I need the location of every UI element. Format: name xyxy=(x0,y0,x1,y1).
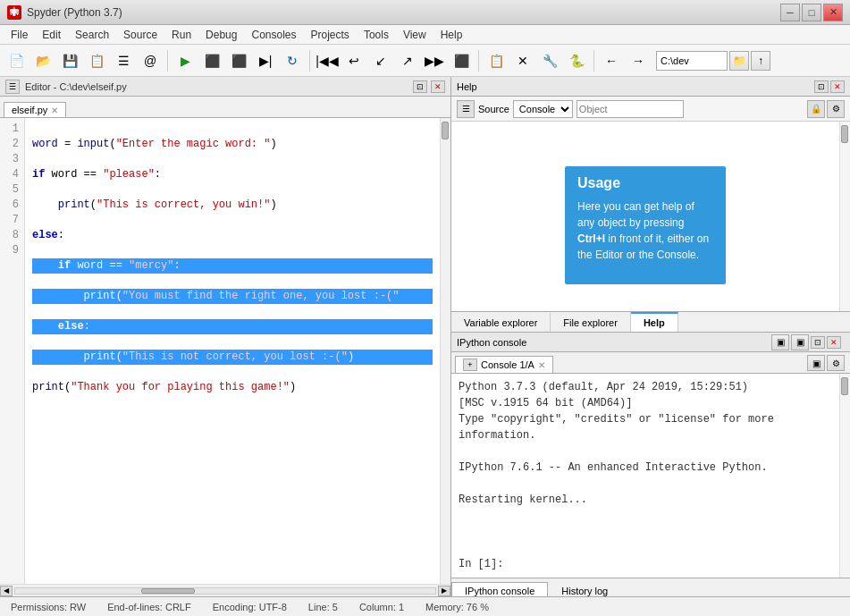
scroll-left-button[interactable]: ◀ xyxy=(0,586,13,596)
console-float-button[interactable]: ⊡ xyxy=(811,336,825,349)
save-file-button[interactable]: 💾 xyxy=(57,48,82,73)
hscrollbar-track[interactable] xyxy=(14,587,436,595)
console-scrollbar[interactable] xyxy=(839,374,850,578)
console-tab-close[interactable]: ✕ xyxy=(538,360,545,370)
menu-edit[interactable]: Edit xyxy=(35,27,68,43)
right-panel: Help ⊡ ✕ ☰ Source Console 🔒 xyxy=(451,77,850,596)
help-settings-button[interactable]: ⚙ xyxy=(827,100,845,118)
help-body: Usage Here you can get help of any objec… xyxy=(451,122,839,311)
console-output: Python 3.7.3 (default, Apr 24 2019, 15:2… xyxy=(459,379,843,572)
editor-close-button[interactable]: ✕ xyxy=(431,80,445,93)
code-area[interactable]: 1 2 3 4 5 6 7 8 9 word = input("Enter th… xyxy=(0,118,450,584)
help-source-select[interactable]: Console xyxy=(513,100,573,118)
tab-variable-explorer[interactable]: Variable explorer xyxy=(451,312,551,332)
editor-scrollbar-thumb xyxy=(442,122,449,139)
step-out-button[interactable]: ↗ xyxy=(395,48,420,73)
status-column: Column: 1 xyxy=(359,602,404,612)
console-tabs-bar: + Console 1/A ✕ ▣ ⚙ xyxy=(451,352,850,374)
console-title: IPython console xyxy=(457,337,526,348)
close-button[interactable]: ✕ xyxy=(823,4,843,21)
help-usage-card: Usage Here you can get help of any objec… xyxy=(565,166,726,284)
help-object-input[interactable] xyxy=(576,100,684,118)
editor-scrollbar[interactable] xyxy=(440,118,450,584)
menu-tools[interactable]: Tools xyxy=(357,27,396,43)
stop-button[interactable]: ⬛ xyxy=(226,48,251,73)
at-button[interactable]: @ xyxy=(138,48,163,73)
menu-help[interactable]: Help xyxy=(433,27,470,43)
help-lock-button[interactable]: 🔒 xyxy=(807,100,825,118)
editor-tab-close[interactable]: ✕ xyxy=(51,105,58,115)
menu-bar: File Edit Search Source Run Debug Consol… xyxy=(0,25,850,45)
console-tab-1[interactable]: + Console 1/A ✕ xyxy=(455,356,553,373)
help-float-button[interactable]: ⊡ xyxy=(814,80,829,93)
editor-hscrollbar[interactable]: ◀ ▶ xyxy=(0,584,450,596)
menu-debug[interactable]: Debug xyxy=(198,27,244,43)
window-controls[interactable]: ─ □ ✕ xyxy=(780,4,843,21)
namespace-button[interactable]: 📋 xyxy=(484,48,509,73)
status-line: Line: 5 xyxy=(308,602,338,612)
menu-run[interactable]: Run xyxy=(164,27,198,43)
step-button[interactable]: ↩ xyxy=(341,48,366,73)
editor-tab-elseif[interactable]: elseif.py ✕ xyxy=(4,102,66,117)
help-scrollbar[interactable] xyxy=(839,122,850,311)
tab-ipython-console[interactable]: IPython console xyxy=(451,582,548,596)
continue-button[interactable]: ▶▶ xyxy=(422,48,447,73)
console-new-button[interactable]: + xyxy=(463,359,477,371)
console-close-button[interactable]: ✕ xyxy=(827,336,841,349)
menu-consoles[interactable]: Consoles xyxy=(244,27,303,43)
step-in-button[interactable]: ↙ xyxy=(368,48,393,73)
editor-float-button[interactable]: ⊡ xyxy=(413,80,427,93)
tab-file-explorer[interactable]: File explorer xyxy=(551,312,631,332)
menu-projects[interactable]: Projects xyxy=(304,27,357,43)
python-button[interactable]: 🐍 xyxy=(564,48,589,73)
console-ctrl-2[interactable]: ▣ xyxy=(791,334,809,350)
editor-menu-button[interactable]: ☰ xyxy=(5,80,20,94)
console-tab-ctrl-1[interactable]: ▣ xyxy=(807,355,825,371)
run-next-button[interactable]: ▶| xyxy=(253,48,278,73)
up-button[interactable]: ↑ xyxy=(751,51,770,71)
console-line-7 xyxy=(459,476,843,492)
console-area[interactable]: Python 3.7.3 (default, Apr 24 2019, 15:2… xyxy=(451,374,850,578)
toolbar-separator-2 xyxy=(309,50,310,72)
console-line-8: Restarting kernel... xyxy=(459,492,843,508)
help-close-button[interactable]: ✕ xyxy=(830,80,845,93)
code-line-6: print("You must find the right one, you … xyxy=(32,289,433,304)
console-line-3: Type "copyright", "credits" or "license"… xyxy=(459,411,843,427)
maximize-button[interactable]: □ xyxy=(802,4,821,21)
list-button[interactable]: ☰ xyxy=(111,48,136,73)
skip-button[interactable]: |◀◀ xyxy=(315,48,340,73)
clear-button[interactable]: ✕ xyxy=(510,48,535,73)
status-permissions: Permissions: RW xyxy=(11,602,86,612)
rotate-button[interactable]: ↻ xyxy=(280,48,305,73)
help-title: Help xyxy=(457,81,477,92)
toolbar-separator-1 xyxy=(167,50,168,72)
run-button[interactable]: ▶ xyxy=(173,48,198,73)
editor-header: ☰ Editor - C:\dev\elseif.py ⊡ ✕ xyxy=(0,77,450,97)
help-usage-title: Usage xyxy=(577,175,713,191)
console-ctrl-1[interactable]: ▣ xyxy=(771,334,789,350)
code-line-5: if word == "mercy": xyxy=(32,258,433,274)
stop-debug-button[interactable]: ⬛ xyxy=(449,48,474,73)
tab-help[interactable]: Help xyxy=(631,312,678,332)
menu-view[interactable]: View xyxy=(396,27,433,43)
open-file-button[interactable]: 📂 xyxy=(30,48,55,73)
browse-button[interactable]: 📁 xyxy=(729,51,749,71)
console-line-11 xyxy=(459,540,843,556)
editor-title: Editor - C:\dev\elseif.py xyxy=(25,81,127,92)
minimize-button[interactable]: ─ xyxy=(780,4,800,21)
menu-file[interactable]: File xyxy=(4,27,35,43)
menu-search[interactable]: Search xyxy=(68,27,116,43)
scroll-right-button[interactable]: ▶ xyxy=(438,586,450,596)
console-tab-ctrl-2[interactable]: ⚙ xyxy=(827,355,845,371)
copy-button[interactable]: 📋 xyxy=(84,48,109,73)
menu-source[interactable]: Source xyxy=(116,27,164,43)
path-input[interactable] xyxy=(656,51,728,71)
new-file-button[interactable]: 📄 xyxy=(4,48,29,73)
tab-history-log[interactable]: History log xyxy=(548,582,621,596)
forward-button[interactable]: → xyxy=(626,48,651,73)
back-button[interactable]: ← xyxy=(599,48,624,73)
help-nav-button[interactable]: ☰ xyxy=(457,100,475,118)
run-cell-button[interactable]: ⬛ xyxy=(199,48,224,73)
inspect-button[interactable]: 🔧 xyxy=(537,48,562,73)
code-content[interactable]: word = input("Enter the magic word: ") i… xyxy=(25,118,440,584)
